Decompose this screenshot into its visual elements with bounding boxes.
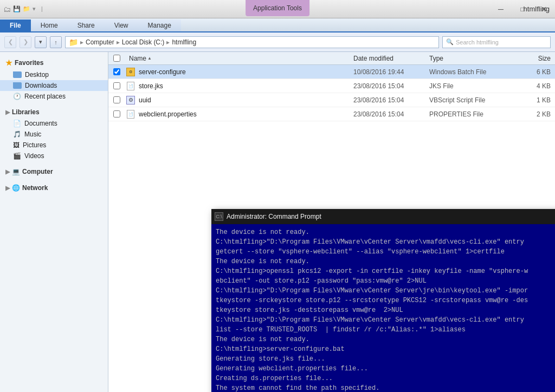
up-button[interactable]: ↑ — [50, 36, 62, 48]
picture-icon: 🖼 — [13, 141, 20, 149]
tab-share[interactable]: Share — [68, 19, 105, 31]
cmd-line: The system cannot find the path specifie… — [216, 383, 555, 392]
file-date-uuid: 23/08/2016 15:04 — [349, 96, 425, 104]
file-row-server-configure[interactable]: ⚙ server-configure 10/08/2016 19:44 Wind… — [108, 65, 555, 79]
cmd-line: getcert --store "vsphere-webclient" --al… — [216, 247, 555, 257]
cmd-line: tkeystore store.jks -deststorepass vmw@r… — [216, 305, 555, 315]
folder-icon — [13, 82, 22, 89]
file-size-server-configure: 6 KB — [512, 68, 555, 76]
favorites-label: Favorites — [15, 59, 43, 67]
cmd-line: C:\htmlfling>"D:\Program Files\VMware\vC… — [216, 286, 555, 296]
bat-file-icon: ⚙ — [126, 68, 135, 76]
file-checkbox3[interactable] — [113, 96, 120, 103]
title-bar-icons: 🗂 💾 📁 ▾ | — [0, 5, 43, 14]
pictures-label: Pictures — [23, 141, 46, 149]
folder-icon — [13, 71, 22, 78]
sidebar-item-videos[interactable]: 🎬 Videos — [0, 151, 108, 161]
bat-icon-area: ⚙ — [125, 68, 137, 76]
col-size-header[interactable]: Size — [512, 55, 555, 62]
title-bar: 🗂 💾 📁 ▾ | Application Tools htmlfling ─ … — [0, 0, 555, 18]
search-placeholder: Search htmlfling — [456, 39, 499, 45]
path-computer[interactable]: Computer — [86, 38, 114, 46]
path-local-disk[interactable]: Local Disk (C:) — [122, 38, 165, 46]
path-folder-icon: 📁 — [69, 38, 78, 47]
cmd-line: C:\htmlfling>server-configure.bat — [216, 344, 555, 354]
col-date-header[interactable]: Date modified — [349, 55, 425, 62]
sidebar-item-pictures[interactable]: 🖼 Pictures — [0, 140, 108, 151]
file-row-webclient[interactable]: 📄 webclient.properties 23/08/2016 15:04 … — [108, 107, 555, 121]
forward-button[interactable]: ❯ — [20, 36, 31, 48]
select-all-checkbox[interactable] — [113, 55, 120, 62]
dropdown-button[interactable]: ▾ — [35, 36, 47, 48]
sidebar-item-desktop[interactable]: Desktop — [0, 69, 108, 80]
tab-file[interactable]: File — [0, 19, 31, 31]
cmd-content[interactable]: The device is not ready.C:\htmlfling>"D:… — [211, 224, 555, 392]
file-checkbox-area[interactable] — [108, 68, 125, 75]
col-name-header[interactable]: Name ▲ — [125, 55, 349, 62]
network-icon: 🌐 — [12, 184, 20, 192]
file-checkbox-area3[interactable] — [108, 96, 125, 103]
back-button[interactable]: ❮ — [4, 36, 16, 48]
bat-icon-glyph: ⚙ — [129, 70, 132, 74]
computer-header[interactable]: ▶ 💻 Computer — [0, 166, 108, 178]
explorer-icon: 🗂 — [3, 5, 11, 14]
search-box[interactable]: 🔍 Search htmlfling — [442, 36, 551, 48]
close-button[interactable]: ✕ — [533, 0, 555, 18]
path-sep3: ▸ — [166, 38, 170, 46]
path-sep1: ▸ — [80, 38, 83, 46]
quick-access-icon2[interactable]: 📁 — [23, 5, 30, 12]
path-htmlfling[interactable]: htmlfling — [172, 38, 196, 46]
cmd-line: ebclient" -out store.p12 -password "pass… — [216, 276, 555, 286]
file-row-uuid[interactable]: ⚙ uuid 23/08/2016 15:04 VBScript Script … — [108, 93, 555, 107]
videos-label: Videos — [24, 152, 44, 160]
sort-arrow: ▲ — [147, 56, 152, 61]
downloads-label: Downloads — [25, 82, 57, 89]
header-checkbox[interactable] — [108, 55, 125, 62]
date-column-label: Date modified — [353, 55, 393, 62]
prop-icon-glyph: 📄 — [128, 112, 133, 116]
music-label: Music — [24, 130, 41, 138]
minimize-button[interactable]: ─ — [490, 0, 512, 18]
quick-access-icon[interactable]: 💾 — [13, 5, 21, 12]
sidebar-item-music[interactable]: 🎵 Music — [0, 129, 108, 140]
libraries-header[interactable]: ▶ Libraries — [0, 106, 108, 118]
tab-manage[interactable]: Manage — [138, 19, 181, 31]
file-size-webclient: 2 KB — [512, 110, 555, 118]
favorites-header[interactable]: ★ Favorites — [0, 56, 108, 69]
star-icon: ★ — [5, 58, 12, 67]
sidebar-item-downloads[interactable]: Downloads — [0, 80, 108, 91]
file-checkbox-area4[interactable] — [108, 110, 125, 117]
dropdown-arrow-icon[interactable]: ▾ — [33, 5, 36, 12]
address-path[interactable]: 📁 ▸ Computer ▸ Local Disk (C:) ▸ htmlfli… — [65, 36, 439, 48]
maximize-button[interactable]: □ — [512, 0, 533, 18]
sidebar-item-recent[interactable]: 🕐 Recent places — [0, 91, 108, 102]
jks-icon-area: 📄 — [125, 82, 137, 90]
documents-label: Documents — [24, 120, 57, 127]
recent-label: Recent places — [24, 93, 66, 100]
cmd-title-text: Administrator: Command Prompt — [227, 213, 321, 220]
cmd-line: Creating ds.properties file... — [216, 374, 555, 383]
file-name-store-jks: store.jks — [137, 82, 349, 90]
file-date-webclient: 23/08/2016 15:04 — [349, 110, 425, 118]
cmd-line: The device is not ready. — [216, 257, 555, 266]
prop-icon-area: 📄 — [125, 110, 137, 119]
file-date-store-jks: 23/08/2016 15:04 — [349, 82, 425, 90]
file-checkbox[interactable] — [113, 68, 120, 75]
file-area: Name ▲ Date modified Type Size ⚙ — [108, 52, 555, 392]
size-column-label: Size — [538, 55, 551, 62]
sidebar-item-documents[interactable]: 📄 Documents — [0, 118, 108, 129]
file-size-store-jks: 4 KB — [512, 82, 555, 90]
file-type-uuid: VBScript Script File — [425, 96, 512, 104]
tab-view[interactable]: View — [105, 19, 138, 31]
libraries-label: Libraries — [12, 108, 40, 116]
app-tools-tab: Application Tools — [246, 0, 309, 16]
app-tools-label: Application Tools — [253, 4, 302, 12]
file-checkbox4[interactable] — [113, 110, 120, 117]
network-header[interactable]: ▶ 🌐 Network — [0, 182, 108, 194]
file-type-store-jks: JKS File — [425, 82, 512, 90]
file-checkbox2[interactable] — [113, 82, 120, 89]
col-type-header[interactable]: Type — [425, 55, 512, 62]
file-checkbox-area2[interactable] — [108, 82, 125, 89]
tab-home[interactable]: Home — [31, 19, 68, 31]
file-row-store-jks[interactable]: 📄 store.jks 23/08/2016 15:04 JKS File 4 … — [108, 79, 555, 93]
